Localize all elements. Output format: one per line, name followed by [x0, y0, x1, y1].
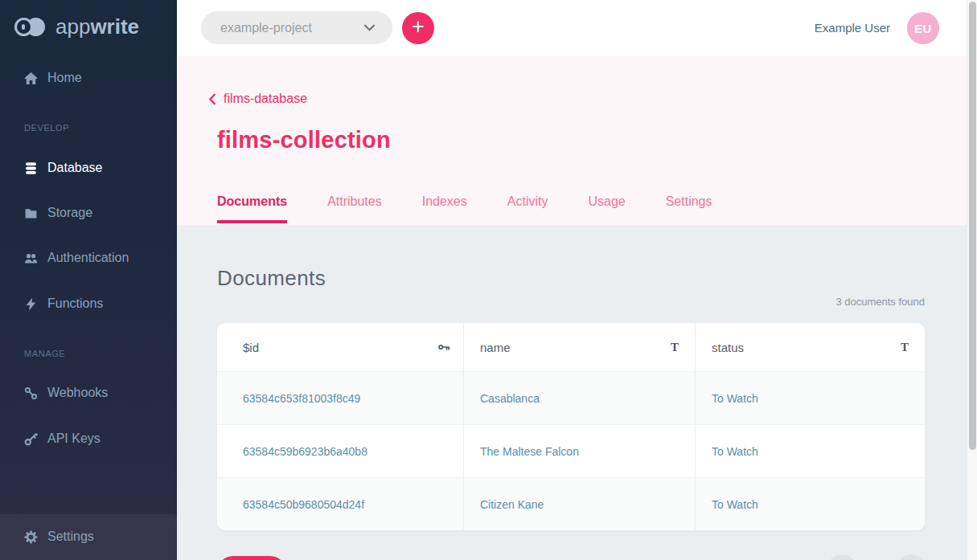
document-id-cell[interactable]: 63584c50b9680504d24f — [217, 478, 463, 530]
column-header-id[interactable]: $id — [217, 323, 463, 371]
scrollbar-track[interactable] — [967, 0, 977, 560]
sidebar-item-webhooks[interactable]: Webhooks — [24, 384, 108, 402]
pagination-prev-button[interactable] — [827, 554, 856, 560]
lightning-icon — [24, 297, 38, 311]
column-header-name[interactable]: name T — [463, 323, 695, 371]
user-menu-link[interactable]: Example User — [815, 21, 890, 35]
chevron-left-icon — [207, 93, 217, 105]
collection-header: films-database films-collection Document… — [177, 56, 977, 226]
tab-attributes[interactable]: Attributes — [327, 194, 382, 223]
logo-spark — [22, 24, 25, 30]
breadcrumb[interactable]: films-database — [207, 92, 307, 106]
tab-documents[interactable]: Documents — [217, 194, 287, 223]
sidebar-item-label: Settings — [47, 528, 94, 546]
column-header-status[interactable]: status T — [695, 323, 925, 371]
sidebar-item-storage[interactable]: Storage — [24, 204, 92, 222]
table-header-row: $id name T status T — [217, 323, 925, 371]
document-id-cell[interactable]: 63584c653f81003f8c49 — [217, 372, 463, 424]
sidebar-item-label: API Keys — [47, 430, 101, 448]
key-icon — [24, 432, 38, 446]
document-status-cell: To Watch — [695, 478, 925, 530]
table-row[interactable]: 63584c59b6923b6a40b8 The Maltese Falcon … — [217, 424, 925, 477]
home-icon — [24, 72, 38, 85]
topbar: example-project + Example User EU — [177, 0, 977, 56]
avatar-initials: EU — [914, 22, 932, 35]
chevron-down-icon — [364, 24, 375, 31]
project-selector-value: example-project — [220, 21, 312, 35]
table-row[interactable]: 63584c50b9680504d24f Citizen Kane To Wat… — [217, 477, 925, 530]
appwrite-console: appwrite Home DEVELOP Database Storage A… — [0, 0, 977, 560]
table-row[interactable]: 63584c653f81003f8c49 Casablanca To Watch — [217, 371, 925, 424]
appwrite-logo-icon — [14, 16, 47, 38]
sidebar-item-label: Storage — [47, 204, 92, 222]
column-label: name — [480, 341, 511, 354]
document-status-cell: To Watch — [695, 425, 925, 477]
document-id-cell[interactable]: 63584c59b6923b6a40b8 — [217, 425, 463, 477]
sidebar-section-manage: MANAGE — [24, 349, 65, 358]
sidebar-item-label: Functions — [47, 295, 103, 313]
folder-icon — [24, 206, 38, 220]
users-icon — [24, 251, 38, 265]
key-icon — [438, 343, 450, 352]
avatar[interactable]: EU — [907, 12, 939, 44]
sidebar-item-label: Webhooks — [47, 384, 108, 402]
gear-icon — [24, 530, 38, 544]
documents-count: 3 documents found — [835, 296, 925, 308]
sidebar-item-home[interactable]: Home — [24, 69, 82, 87]
sidebar-item-api-keys[interactable]: API Keys — [24, 430, 101, 448]
sidebar-footer: Settings — [0, 514, 177, 560]
sidebar-item-label: Authentication — [47, 249, 129, 267]
add-document-button[interactable] — [217, 556, 286, 560]
pagination-next-button[interactable] — [897, 554, 926, 560]
project-selector-dropdown[interactable]: example-project — [201, 11, 392, 44]
documents-table: $id name T status T 63584c653f81003f8c49… — [217, 323, 925, 530]
tab-bar: Documents Attributes Indexes Activity Us… — [217, 194, 712, 223]
link-icon — [24, 386, 38, 400]
sidebar-item-label: Database — [47, 159, 103, 177]
appwrite-logo[interactable]: appwrite — [14, 14, 139, 39]
column-label: status — [712, 341, 744, 354]
sidebar-item-label: Home — [47, 69, 82, 87]
sidebar-item-settings[interactable]: Settings — [24, 528, 94, 546]
document-name-cell: Casablanca — [463, 372, 695, 424]
page-title: films-collection — [217, 127, 391, 153]
documents-panel: Documents 3 documents found $id name T s… — [177, 226, 977, 560]
sidebar-item-functions[interactable]: Functions — [24, 295, 103, 313]
sidebar-item-authentication[interactable]: Authentication — [24, 249, 129, 267]
section-heading: Documents — [217, 266, 326, 291]
tab-indexes[interactable]: Indexes — [422, 194, 467, 223]
sidebar-item-database[interactable]: Database — [24, 159, 103, 177]
database-icon — [24, 161, 38, 175]
sidebar-section-develop: DEVELOP — [24, 123, 69, 133]
breadcrumb-label: films-database — [224, 92, 307, 106]
create-project-button[interactable]: + — [402, 12, 434, 44]
plus-icon: + — [412, 16, 425, 38]
logo-wordmark: appwrite — [55, 14, 139, 39]
scrollbar-thumb[interactable] — [969, 2, 976, 450]
sidebar: appwrite Home DEVELOP Database Storage A… — [0, 0, 177, 560]
column-label: $id — [243, 341, 259, 354]
tab-settings[interactable]: Settings — [666, 194, 712, 223]
tab-activity[interactable]: Activity — [507, 194, 548, 223]
text-type-icon: T — [901, 341, 909, 354]
tab-usage[interactable]: Usage — [588, 194, 625, 223]
document-name-cell: The Maltese Falcon — [463, 425, 695, 477]
document-name-cell: Citizen Kane — [463, 478, 695, 530]
document-status-cell: To Watch — [695, 372, 925, 424]
text-type-icon: T — [671, 341, 679, 354]
